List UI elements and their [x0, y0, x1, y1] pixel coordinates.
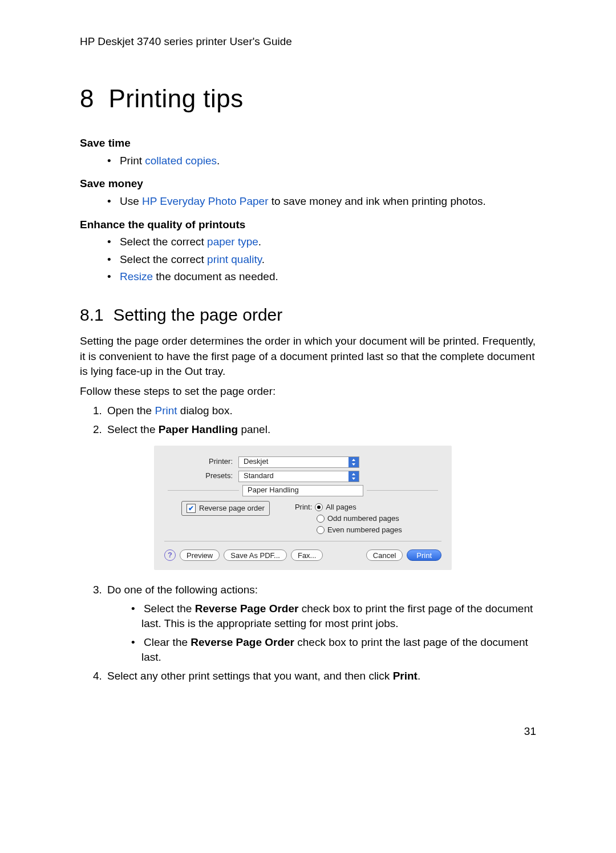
printer-value: Deskjet: [244, 456, 268, 467]
text: Select the correct: [120, 236, 207, 248]
help-icon[interactable]: ?: [164, 549, 176, 561]
panel-value: Paper Handling: [248, 485, 299, 495]
step-3: Do one of the following actions: Select …: [105, 583, 536, 665]
radio-even-pages[interactable]: [317, 526, 325, 534]
presets-label: Presets:: [164, 471, 238, 481]
chapter-name: Printing tips: [108, 84, 243, 112]
checkmark-icon: ✔: [187, 504, 196, 513]
list-item: Resize the document as needed.: [107, 269, 536, 285]
list-item: Select the Reverse Page Order check box …: [131, 601, 536, 632]
text: Open the: [107, 405, 155, 417]
text: the document as needed.: [153, 270, 278, 282]
print-dialog: Printer: Deskjet Presets: Standard: [154, 446, 452, 571]
text: Print: [120, 155, 145, 167]
step-4: Select any other print settings that you…: [105, 669, 536, 684]
photo-paper-link[interactable]: HP Everyday Photo Paper: [142, 195, 268, 207]
follow-paragraph: Follow these steps to set the page order…: [80, 384, 536, 399]
radio-all-pages[interactable]: [315, 503, 323, 511]
page-number: 31: [80, 724, 536, 739]
paper-type-link[interactable]: paper type: [207, 236, 258, 248]
list-item: Select the correct paper type.: [107, 235, 536, 250]
resize-link[interactable]: Resize: [120, 270, 153, 282]
presets-value: Standard: [244, 471, 274, 481]
chevron-updown-icon: [348, 471, 359, 482]
printer-dropdown[interactable]: Deskjet: [238, 456, 359, 468]
text: .: [418, 670, 420, 682]
list-item: Print collated copies.: [107, 153, 536, 169]
panel-dropdown[interactable]: Paper Handling: [242, 485, 363, 496]
opt-all-label: All pages: [326, 502, 356, 512]
opt-even-label: Even numbered pages: [327, 525, 402, 535]
print-button[interactable]: Print: [407, 549, 441, 561]
printer-label: Printer:: [164, 456, 238, 467]
text: Select the: [144, 603, 195, 615]
save-time-heading: Save time: [80, 136, 536, 151]
reverse-page-order-bold: Reverse Page Order: [191, 636, 294, 648]
chevron-updown-icon: [348, 457, 359, 467]
text: Clear the: [144, 636, 191, 648]
fax-button[interactable]: Fax...: [291, 549, 323, 561]
text: .: [258, 236, 261, 248]
section-title: 8.1 Setting the page order: [80, 303, 536, 327]
print-quality-link[interactable]: print quality: [207, 253, 262, 265]
print-bold: Print: [393, 670, 418, 682]
print-options: Print: All pages Odd numbered pages Even…: [295, 501, 402, 537]
text: Select the correct: [120, 253, 207, 265]
text: to save money and ink when printing phot…: [268, 195, 485, 207]
cancel-button[interactable]: Cancel: [366, 549, 403, 561]
divider: [367, 490, 438, 491]
text: .: [262, 253, 265, 265]
print-opts-label: Print:: [295, 502, 312, 512]
presets-dropdown[interactable]: Standard: [238, 471, 359, 482]
divider: [164, 541, 441, 541]
save-money-heading: Save money: [80, 176, 536, 192]
doc-header: HP Deskjet 3740 series printer User's Gu…: [80, 34, 536, 50]
step-1: Open the Print dialog box.: [105, 403, 536, 419]
radio-odd-pages[interactable]: [317, 515, 325, 523]
opt-odd-label: Odd numbered pages: [327, 514, 399, 524]
reverse-page-order-checkbox[interactable]: ✔ Reverse page order: [181, 501, 270, 516]
text: panel.: [238, 423, 270, 435]
text: Use: [120, 195, 142, 207]
list-item: Use HP Everyday Photo Paper to save mone…: [107, 194, 536, 209]
section-number: 8.1: [80, 305, 104, 324]
enhance-heading: Enhance the quality of printouts: [80, 217, 536, 233]
print-link[interactable]: Print: [155, 405, 177, 417]
reverse-page-order-bold: Reverse Page Order: [195, 603, 299, 615]
divider: [168, 490, 239, 491]
intro-paragraph: Setting the page order determines the or…: [80, 334, 536, 379]
text: Select the: [107, 423, 159, 435]
collated-copies-link[interactable]: collated copies: [145, 155, 217, 167]
paper-handling-bold: Paper Handling: [159, 423, 238, 435]
preview-button[interactable]: Preview: [180, 549, 220, 561]
section-name: Setting the page order: [113, 305, 282, 324]
step-3-lead: Do one of the following actions:: [107, 584, 258, 596]
save-pdf-button[interactable]: Save As PDF...: [224, 549, 287, 561]
list-item: Select the correct print quality.: [107, 252, 536, 268]
text: .: [217, 155, 220, 167]
text: Select any other print settings that you…: [107, 670, 393, 682]
text: dialog box.: [177, 405, 233, 417]
reverse-label: Reverse page order: [199, 503, 265, 514]
chapter-number: 8: [80, 84, 94, 112]
chapter-title: 8 Printing tips: [80, 81, 536, 116]
chevron-updown-icon: [358, 487, 363, 494]
step-2: Select the Paper Handling panel. Printer…: [105, 422, 536, 570]
list-item: Clear the Reverse Page Order check box t…: [131, 635, 536, 665]
